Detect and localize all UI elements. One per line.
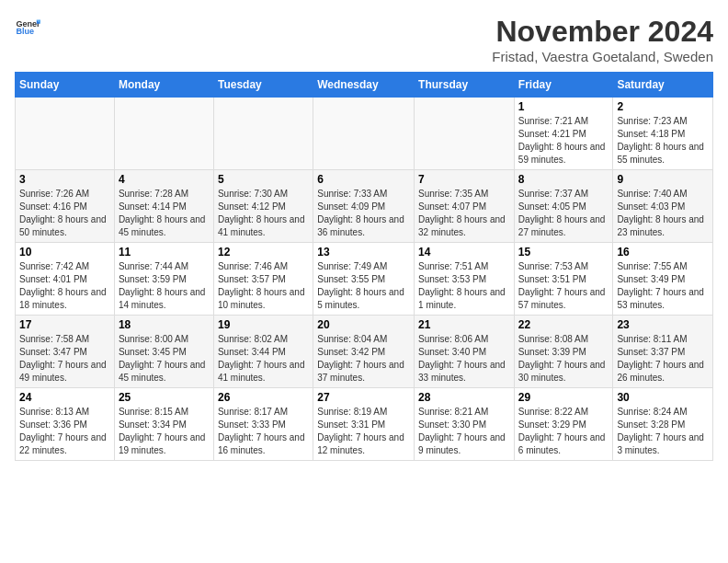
day-info: Sunrise: 8:04 AM Sunset: 3:42 PM Dayligh… bbox=[317, 333, 410, 385]
calendar-cell bbox=[16, 98, 115, 170]
logo: General Blue bbox=[15, 15, 40, 40]
day-number: 19 bbox=[218, 318, 309, 331]
calendar-cell bbox=[415, 98, 515, 170]
day-info: Sunrise: 7:58 AM Sunset: 3:47 PM Dayligh… bbox=[19, 333, 110, 385]
weekday-header-thursday: Thursday bbox=[415, 73, 515, 98]
day-info: Sunrise: 7:51 AM Sunset: 3:53 PM Dayligh… bbox=[418, 260, 510, 312]
weekday-header-wednesday: Wednesday bbox=[313, 73, 415, 98]
calendar-cell: 27Sunrise: 8:19 AM Sunset: 3:31 PM Dayli… bbox=[313, 388, 415, 461]
calendar-cell: 5Sunrise: 7:30 AM Sunset: 4:12 PM Daylig… bbox=[213, 170, 313, 243]
day-info: Sunrise: 8:08 AM Sunset: 3:39 PM Dayligh… bbox=[518, 333, 609, 385]
day-info: Sunrise: 7:37 AM Sunset: 4:05 PM Dayligh… bbox=[518, 188, 609, 239]
calendar-cell: 23Sunrise: 8:11 AM Sunset: 3:37 PM Dayli… bbox=[613, 316, 713, 388]
day-number: 23 bbox=[617, 318, 709, 331]
weekday-header-tuesday: Tuesday bbox=[213, 73, 313, 98]
calendar-cell: 14Sunrise: 7:51 AM Sunset: 3:53 PM Dayli… bbox=[415, 243, 515, 316]
day-info: Sunrise: 7:30 AM Sunset: 4:12 PM Dayligh… bbox=[218, 188, 309, 239]
day-number: 30 bbox=[617, 391, 709, 404]
svg-text:Blue: Blue bbox=[16, 27, 34, 36]
day-number: 21 bbox=[418, 318, 510, 331]
calendar-cell: 6Sunrise: 7:33 AM Sunset: 4:09 PM Daylig… bbox=[313, 170, 415, 243]
day-info: Sunrise: 8:02 AM Sunset: 3:44 PM Dayligh… bbox=[218, 333, 309, 385]
calendar-cell: 2Sunrise: 7:23 AM Sunset: 4:18 PM Daylig… bbox=[613, 98, 713, 170]
day-info: Sunrise: 8:00 AM Sunset: 3:45 PM Dayligh… bbox=[119, 333, 210, 385]
day-number: 11 bbox=[119, 246, 210, 259]
day-number: 22 bbox=[518, 318, 609, 331]
calendar-cell: 21Sunrise: 8:06 AM Sunset: 3:40 PM Dayli… bbox=[415, 316, 515, 388]
day-number: 18 bbox=[119, 318, 210, 331]
day-number: 14 bbox=[418, 246, 510, 259]
day-info: Sunrise: 8:21 AM Sunset: 3:30 PM Dayligh… bbox=[418, 406, 510, 457]
day-info: Sunrise: 7:35 AM Sunset: 4:07 PM Dayligh… bbox=[418, 188, 510, 239]
calendar-cell: 26Sunrise: 8:17 AM Sunset: 3:33 PM Dayli… bbox=[213, 388, 313, 461]
day-info: Sunrise: 8:11 AM Sunset: 3:37 PM Dayligh… bbox=[617, 333, 709, 385]
weekday-header-friday: Friday bbox=[514, 73, 613, 98]
calendar-cell: 30Sunrise: 8:24 AM Sunset: 3:28 PM Dayli… bbox=[613, 388, 713, 461]
calendar-cell: 15Sunrise: 7:53 AM Sunset: 3:51 PM Dayli… bbox=[514, 243, 613, 316]
day-info: Sunrise: 7:44 AM Sunset: 3:59 PM Dayligh… bbox=[119, 260, 210, 312]
day-info: Sunrise: 7:42 AM Sunset: 4:01 PM Dayligh… bbox=[19, 260, 110, 312]
day-info: Sunrise: 8:19 AM Sunset: 3:31 PM Dayligh… bbox=[317, 406, 410, 457]
day-info: Sunrise: 7:53 AM Sunset: 3:51 PM Dayligh… bbox=[518, 260, 609, 312]
calendar-cell: 16Sunrise: 7:55 AM Sunset: 3:49 PM Dayli… bbox=[613, 243, 713, 316]
day-info: Sunrise: 7:21 AM Sunset: 4:21 PM Dayligh… bbox=[518, 115, 609, 167]
day-number: 25 bbox=[119, 391, 210, 404]
day-number: 10 bbox=[19, 246, 110, 259]
day-number: 1 bbox=[518, 100, 609, 113]
calendar-cell: 28Sunrise: 8:21 AM Sunset: 3:30 PM Dayli… bbox=[415, 388, 515, 461]
day-number: 27 bbox=[317, 391, 410, 404]
day-info: Sunrise: 7:46 AM Sunset: 3:57 PM Dayligh… bbox=[218, 260, 309, 312]
calendar-cell: 11Sunrise: 7:44 AM Sunset: 3:59 PM Dayli… bbox=[114, 243, 213, 316]
day-info: Sunrise: 7:26 AM Sunset: 4:16 PM Dayligh… bbox=[19, 188, 110, 239]
calendar-cell: 17Sunrise: 7:58 AM Sunset: 3:47 PM Dayli… bbox=[16, 316, 115, 388]
calendar-cell: 25Sunrise: 8:15 AM Sunset: 3:34 PM Dayli… bbox=[114, 388, 213, 461]
day-info: Sunrise: 8:06 AM Sunset: 3:40 PM Dayligh… bbox=[418, 333, 510, 385]
calendar-cell bbox=[213, 98, 313, 170]
weekday-header-sunday: Sunday bbox=[16, 73, 115, 98]
calendar-cell: 20Sunrise: 8:04 AM Sunset: 3:42 PM Dayli… bbox=[313, 316, 415, 388]
location-subtitle: Fristad, Vaestra Goetaland, Sweden bbox=[492, 49, 713, 64]
day-number: 6 bbox=[317, 173, 410, 186]
day-info: Sunrise: 7:55 AM Sunset: 3:49 PM Dayligh… bbox=[617, 260, 709, 312]
day-info: Sunrise: 8:15 AM Sunset: 3:34 PM Dayligh… bbox=[119, 406, 210, 457]
day-number: 24 bbox=[19, 391, 110, 404]
day-number: 12 bbox=[218, 246, 309, 259]
calendar-cell: 22Sunrise: 8:08 AM Sunset: 3:39 PM Dayli… bbox=[514, 316, 613, 388]
day-number: 28 bbox=[418, 391, 510, 404]
day-number: 17 bbox=[19, 318, 110, 331]
calendar-cell bbox=[114, 98, 213, 170]
calendar-cell: 13Sunrise: 7:49 AM Sunset: 3:55 PM Dayli… bbox=[313, 243, 415, 316]
month-title: November 2024 bbox=[492, 15, 713, 49]
day-number: 16 bbox=[617, 246, 709, 259]
day-number: 8 bbox=[518, 173, 609, 186]
calendar-cell: 10Sunrise: 7:42 AM Sunset: 4:01 PM Dayli… bbox=[16, 243, 115, 316]
day-number: 29 bbox=[518, 391, 609, 404]
day-number: 5 bbox=[218, 173, 309, 186]
calendar-cell: 7Sunrise: 7:35 AM Sunset: 4:07 PM Daylig… bbox=[415, 170, 515, 243]
day-info: Sunrise: 7:23 AM Sunset: 4:18 PM Dayligh… bbox=[617, 115, 709, 167]
calendar-cell: 3Sunrise: 7:26 AM Sunset: 4:16 PM Daylig… bbox=[16, 170, 115, 243]
calendar-cell: 4Sunrise: 7:28 AM Sunset: 4:14 PM Daylig… bbox=[114, 170, 213, 243]
weekday-header-monday: Monday bbox=[114, 73, 213, 98]
day-number: 4 bbox=[119, 173, 210, 186]
calendar-cell: 29Sunrise: 8:22 AM Sunset: 3:29 PM Dayli… bbox=[514, 388, 613, 461]
calendar-cell: 24Sunrise: 8:13 AM Sunset: 3:36 PM Dayli… bbox=[16, 388, 115, 461]
page-header: General Blue November 2024 Fristad, Vaes… bbox=[15, 15, 713, 64]
day-info: Sunrise: 7:33 AM Sunset: 4:09 PM Dayligh… bbox=[317, 188, 410, 239]
day-number: 3 bbox=[19, 173, 110, 186]
day-info: Sunrise: 7:40 AM Sunset: 4:03 PM Dayligh… bbox=[617, 188, 709, 239]
day-number: 2 bbox=[617, 100, 709, 113]
day-info: Sunrise: 8:22 AM Sunset: 3:29 PM Dayligh… bbox=[518, 406, 609, 457]
day-info: Sunrise: 8:13 AM Sunset: 3:36 PM Dayligh… bbox=[19, 406, 110, 457]
calendar-cell bbox=[313, 98, 415, 170]
calendar-cell: 8Sunrise: 7:37 AM Sunset: 4:05 PM Daylig… bbox=[514, 170, 613, 243]
calendar-cell: 12Sunrise: 7:46 AM Sunset: 3:57 PM Dayli… bbox=[213, 243, 313, 316]
day-number: 13 bbox=[317, 246, 410, 259]
weekday-header-saturday: Saturday bbox=[613, 73, 713, 98]
calendar-cell: 9Sunrise: 7:40 AM Sunset: 4:03 PM Daylig… bbox=[613, 170, 713, 243]
day-info: Sunrise: 7:49 AM Sunset: 3:55 PM Dayligh… bbox=[317, 260, 410, 312]
day-number: 9 bbox=[617, 173, 709, 186]
day-number: 26 bbox=[218, 391, 309, 404]
calendar-cell: 19Sunrise: 8:02 AM Sunset: 3:44 PM Dayli… bbox=[213, 316, 313, 388]
day-number: 20 bbox=[317, 318, 410, 331]
